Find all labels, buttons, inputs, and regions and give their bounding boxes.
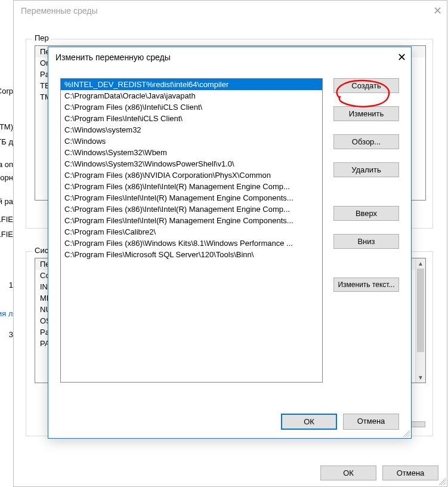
list-item[interactable]: C:\Program Files (x86)\Intel\Intel(R) Ma… xyxy=(61,181,322,192)
scroll-thumb[interactable] xyxy=(417,269,424,352)
list-item[interactable]: C:\Program Files\Intel\iCLS Client\ xyxy=(61,113,322,124)
env-window-title: Переменные среды xyxy=(21,6,98,16)
list-item[interactable]: C:\Program Files\Intel\Intel(R) Manageme… xyxy=(61,215,322,226)
close-icon[interactable]: ✕ xyxy=(382,52,406,63)
cancel-button[interactable]: Отмена xyxy=(343,414,399,430)
edit-bottom-buttons: ОК Отмена xyxy=(48,414,411,430)
list-item[interactable]: C:\Program Files\Microsoft SQL Server\12… xyxy=(61,249,322,260)
list-item[interactable]: C:\Program Files (x86)\NVIDIA Corporatio… xyxy=(61,169,322,181)
browse-button[interactable]: Обзор... xyxy=(333,134,399,149)
list-item[interactable]: C:\Windows\system32 xyxy=(61,124,322,135)
list-item[interactable]: C:\Windows\System32\Wbem xyxy=(61,147,322,158)
list-item[interactable]: C:\Program Files (x86)\Intel\Intel(R) Ma… xyxy=(61,204,322,215)
list-item[interactable]: %INTEL_DEV_REDIST%redist\intel64\compile… xyxy=(61,79,322,90)
new-button[interactable]: Создать xyxy=(333,78,399,93)
list-item[interactable]: C:\Windows xyxy=(61,135,322,147)
move-up-button[interactable]: Вверх xyxy=(333,206,399,221)
env-cancel-button[interactable]: Отмена xyxy=(382,466,438,480)
partial-link[interactable]: ия л xyxy=(0,309,13,318)
edit-dialog-title: Изменить переменную среды xyxy=(55,53,171,62)
list-item[interactable]: C:\Program Files\Intel\Intel(R) Manageme… xyxy=(61,192,322,204)
scroll-up-icon[interactable]: ▲ xyxy=(416,258,425,269)
env-bottom-buttons: ОК Отмена xyxy=(320,466,438,480)
resize-grip-icon[interactable] xyxy=(438,478,446,485)
user-group-label: Пер xyxy=(32,33,51,42)
scroll-down-icon[interactable]: ▼ xyxy=(416,372,425,383)
move-down-button[interactable]: Вниз xyxy=(333,234,399,249)
list-item[interactable]: C:\Windows\System32\WindowsPowerShell\v1… xyxy=(61,158,322,169)
resize-grip-icon[interactable] xyxy=(403,430,410,437)
edit-button[interactable]: Изменить xyxy=(333,106,399,121)
side-buttons: Создать Изменить Обзор... Удалить Вверх … xyxy=(333,78,399,297)
env-ok-button[interactable]: ОК xyxy=(320,466,376,480)
list-item[interactable]: C:\ProgramData\Oracle\Java\javapath xyxy=(61,90,322,101)
edit-text-button[interactable]: Изменить текст... xyxy=(333,278,399,292)
scrollbar[interactable]: ▲ ▼ xyxy=(415,258,425,383)
list-item[interactable]: C:\Program Files (x86)\Windows Kits\8.1\… xyxy=(61,238,322,249)
path-values-list[interactable]: %INTEL_DEV_REDIST%redist\intel64\compile… xyxy=(60,78,323,383)
list-item[interactable]: C:\Program Files\Calibre2\ xyxy=(61,226,322,238)
edit-variable-dialog: Изменить переменную среды ✕ %INTEL_DEV_R… xyxy=(48,47,412,439)
close-icon[interactable]: ✕ xyxy=(418,5,442,16)
edit-titlebar: Изменить переменную среды ✕ xyxy=(48,47,411,67)
env-titlebar: Переменные среды ✕ xyxy=(14,1,447,21)
delete-button[interactable]: Удалить xyxy=(333,162,399,177)
cropped-underlying-text: Corp TM) ГБ д а оп орн й ра 1FIE 1FIE 1 … xyxy=(0,0,13,487)
list-item[interactable]: C:\Program Files (x86)\Intel\iCLS Client… xyxy=(61,101,322,113)
ok-button[interactable]: ОК xyxy=(281,414,337,430)
